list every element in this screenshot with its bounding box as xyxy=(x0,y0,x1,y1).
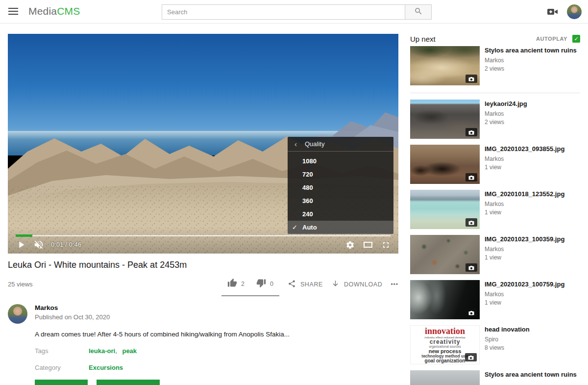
fullscreen-icon[interactable] xyxy=(381,240,391,250)
quality-option-720[interactable]: 720 xyxy=(288,168,393,181)
camera-icon xyxy=(466,263,477,272)
up-next-heading: Up next xyxy=(410,35,436,43)
upnext-item-6[interactable]: IMG_20201023_100759.jpg Markos 1 view xyxy=(410,280,580,319)
share-button[interactable]: SHARE xyxy=(288,276,323,289)
quality-option-240[interactable]: 240 xyxy=(288,207,393,221)
upnext-item-2[interactable]: leykaori24.jpg Markos 2 views xyxy=(410,100,580,139)
category-link[interactable]: Excursions xyxy=(89,364,123,371)
thumbnail[interactable] xyxy=(410,235,480,274)
action-bar: 2 0 SHARE DOWNLOAD xyxy=(221,276,398,296)
edit-media-button[interactable]: EDIT MEDIA xyxy=(35,380,88,385)
thumbnail[interactable] xyxy=(410,46,480,85)
item-title[interactable]: IMG_20201023_093855.jpg xyxy=(485,145,564,153)
item-author: Markos xyxy=(485,291,564,298)
thumbnail[interactable] xyxy=(410,370,480,385)
quality-option-1080[interactable]: 1080 xyxy=(288,154,393,168)
upload-media-button[interactable] xyxy=(547,7,559,18)
quality-option-480[interactable]: 480 xyxy=(288,181,393,194)
upnext-item-1[interactable]: Stylos area ancient town ruins Markos 2 … xyxy=(410,46,580,85)
up-next-sidebar: Up next AUTOPLAY ✓ Stylos area ancient t… xyxy=(410,31,580,385)
divider xyxy=(410,93,580,93)
download-button[interactable]: DOWNLOAD xyxy=(331,276,382,289)
author-name[interactable]: Markos xyxy=(35,304,110,311)
item-title[interactable]: leykaori24.jpg xyxy=(485,100,527,108)
quality-option-auto[interactable]: ✓ Auto xyxy=(288,221,393,234)
item-views: 2 views xyxy=(485,119,527,126)
upnext-item-3[interactable]: IMG_20201023_093855.jpg Markos 1 view xyxy=(410,145,580,184)
check-icon: ✓ xyxy=(292,221,297,234)
upnext-item-7[interactable]: innovation industry effect reduced devel… xyxy=(410,325,580,364)
thumbnail[interactable] xyxy=(410,100,480,139)
item-title[interactable]: head inovation xyxy=(485,326,530,334)
item-views: 1 view xyxy=(485,299,564,306)
tags-label: Tags xyxy=(35,347,89,355)
app-logo[interactable]: MediaCMS xyxy=(28,5,80,17)
thumbnail[interactable] xyxy=(410,280,480,319)
thumb-up-icon xyxy=(227,278,237,289)
dislike-button[interactable]: 0 xyxy=(256,278,273,289)
item-views: 8 views xyxy=(485,344,530,351)
tags-list: leuka-ori, peak xyxy=(89,347,137,355)
item-views: 1 view xyxy=(485,254,564,261)
autoplay-label: AUTOPLAY xyxy=(536,36,567,42)
item-title[interactable]: IMG_20201018_123552.jpg xyxy=(485,190,564,198)
item-title[interactable]: Stylos area ancient town ruins xyxy=(485,47,577,54)
menu-icon[interactable] xyxy=(8,8,18,16)
quality-menu-title: Quality xyxy=(305,140,324,148)
item-views: 1 view xyxy=(485,209,564,216)
media-details: Leuka Ori - White mountains - Peak at 24… xyxy=(8,255,398,385)
logo-text-media: Media xyxy=(28,5,57,17)
item-author: Markos xyxy=(485,110,527,117)
camera-icon xyxy=(466,173,477,181)
video-upload-icon xyxy=(547,9,559,18)
top-navigation-bar: MediaCMS xyxy=(0,0,588,24)
upnext-item-5[interactable]: IMG_20201023_100359.jpg Markos 1 view xyxy=(410,235,580,274)
chevron-left-icon: ‹ xyxy=(294,140,297,148)
quality-menu: ‹ Quality 1080 720 480 360 240 ✓ Auto xyxy=(288,137,393,234)
camera-icon xyxy=(466,308,477,317)
search-bar xyxy=(162,4,432,20)
camera-icon xyxy=(465,353,477,361)
upnext-item-4[interactable]: IMG_20201018_123552.jpg Markos 1 view xyxy=(410,190,580,229)
search-input[interactable] xyxy=(162,4,405,20)
tag-link-peak[interactable]: peak xyxy=(122,347,137,355)
settings-gear-icon[interactable] xyxy=(345,240,355,250)
category-label: Category xyxy=(35,364,89,371)
item-title[interactable]: IMG_20201023_100359.jpg xyxy=(485,235,564,243)
item-views: 1 view xyxy=(485,164,564,171)
media-description: A dream comes true! After 4-5 hours of c… xyxy=(35,331,398,338)
more-options-icon[interactable]: ••• xyxy=(391,276,398,288)
view-count: 25 views xyxy=(8,281,33,288)
theater-mode-icon[interactable] xyxy=(364,242,372,248)
video-player[interactable]: ‹ Quality 1080 720 480 360 240 ✓ Auto xyxy=(8,34,398,254)
camera-icon xyxy=(466,218,477,227)
item-title[interactable]: IMG_20201023_100759.jpg xyxy=(485,281,564,288)
publish-date: Published on Oct 30, 2020 xyxy=(35,313,110,321)
thumbnail[interactable]: innovation industry effect reduced devel… xyxy=(410,325,480,364)
download-icon xyxy=(331,280,340,289)
thumbnail[interactable] xyxy=(410,190,480,229)
progress-bar[interactable] xyxy=(16,235,391,236)
upnext-item-8[interactable]: Stylos area ancient town ruins xyxy=(410,370,580,385)
like-button[interactable]: 2 xyxy=(227,278,245,289)
item-title[interactable]: Stylos area ancient town ruins xyxy=(485,371,577,379)
share-icon xyxy=(288,280,296,289)
delete-media-button[interactable]: DELETE MEDIA xyxy=(97,380,160,385)
thumbnail[interactable] xyxy=(410,145,480,184)
progress-played xyxy=(16,234,32,237)
play-button[interactable] xyxy=(16,239,26,250)
tag-link-leuka-ori[interactable]: leuka-ori xyxy=(89,347,115,355)
quality-option-360[interactable]: 360 xyxy=(288,194,393,207)
quality-options-list: 1080 720 480 360 240 ✓ Auto xyxy=(288,152,393,234)
media-title: Leuka Ori - White mountains - Peak at 24… xyxy=(8,260,398,270)
tag-separator: , xyxy=(115,347,117,355)
quality-menu-back[interactable]: ‹ Quality xyxy=(288,137,393,152)
user-avatar[interactable] xyxy=(567,4,582,19)
author-avatar[interactable] xyxy=(8,304,27,324)
search-button[interactable] xyxy=(405,4,432,20)
item-author: Markos xyxy=(485,155,564,162)
rating-group: 2 0 xyxy=(221,276,279,296)
volume-muted-icon[interactable] xyxy=(33,239,44,250)
item-views: 2 views xyxy=(485,65,577,72)
autoplay-checkbox[interactable]: ✓ xyxy=(572,35,580,43)
